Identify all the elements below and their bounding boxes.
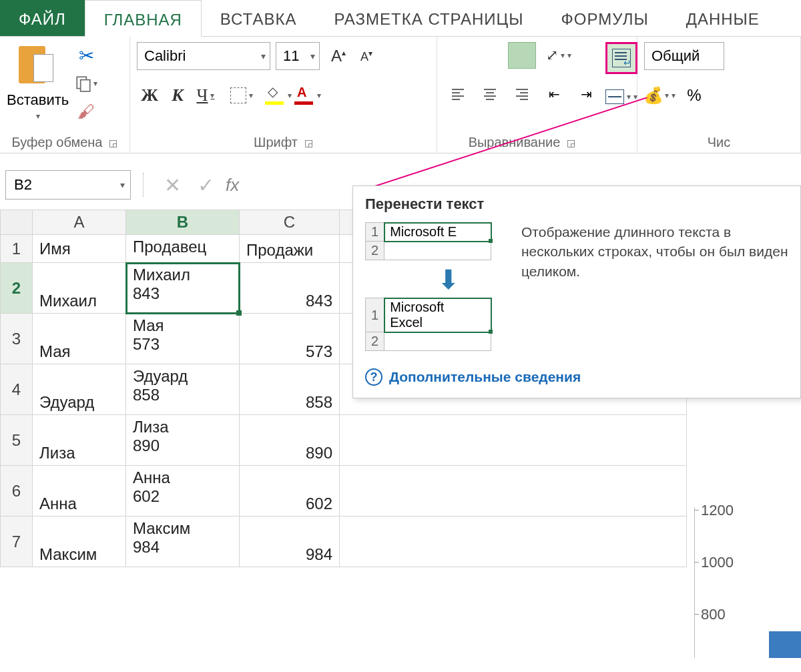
align-right-button[interactable] <box>508 81 536 107</box>
svg-rect-1 <box>81 80 90 91</box>
tab-page-layout[interactable]: РАЗМЕТКА СТРАНИЦЫ <box>315 0 542 36</box>
group-label-alignment: Выравнивание <box>469 135 561 150</box>
group-label-clipboard: Буфер обмена <box>12 135 103 150</box>
cell[interactable]: Продавец <box>126 235 240 263</box>
group-clipboard: Вставить ▾ ✂ ▾ 🖌 Буфер обмена◲ <box>0 37 130 153</box>
row-header[interactable]: 3 <box>1 314 33 364</box>
align-top-button[interactable] <box>444 42 472 69</box>
name-box[interactable]: B2 <box>5 170 131 200</box>
dialog-launcher-icon[interactable]: ◲ <box>109 137 117 148</box>
enter-formula-button[interactable]: ✓ <box>192 172 219 198</box>
increase-font-button[interactable]: А▴ <box>325 43 352 69</box>
row-header[interactable]: 1 <box>1 235 33 263</box>
decrease-indent-button[interactable]: ⇤ <box>540 81 568 107</box>
align-middle-button[interactable] <box>476 42 504 69</box>
cell[interactable]: 573 <box>240 314 340 364</box>
cell[interactable]: Имя <box>33 235 126 263</box>
group-font: Calibri 11 А▴ А▾ Ж К Ч Шрифт◲ <box>130 37 437 153</box>
cell[interactable]: 843 <box>240 263 340 314</box>
align-left-icon <box>452 89 464 100</box>
cancel-formula-button[interactable]: ✕ <box>159 172 186 198</box>
row-header[interactable]: 6 <box>1 466 33 517</box>
tooltip-title: Перенести текст <box>365 196 788 213</box>
cell[interactable]: Эдуард <box>33 364 126 415</box>
cell[interactable]: 602 <box>240 466 340 517</box>
row-header[interactable]: 2 <box>1 263 33 314</box>
dialog-launcher-icon[interactable]: ◲ <box>567 137 575 148</box>
currency-icon: 💰 <box>643 86 663 105</box>
help-icon: ? <box>365 368 382 386</box>
borders-button[interactable] <box>229 82 254 109</box>
currency-button[interactable]: 💰▾ <box>644 82 675 109</box>
dialog-launcher-icon[interactable]: ◲ <box>304 137 313 148</box>
cell[interactable] <box>340 466 687 517</box>
cell[interactable]: Максим <box>33 517 126 567</box>
paste-button[interactable]: Вставить ▾ <box>7 42 69 122</box>
wrap-text-button[interactable] <box>605 42 637 74</box>
number-format-combo[interactable]: Общий <box>644 42 724 70</box>
cut-button[interactable]: ✂ <box>73 45 99 66</box>
format-painter-button[interactable]: 🖌 <box>73 101 99 122</box>
align-right-icon <box>516 89 528 100</box>
decrease-font-icon: А▾ <box>360 49 372 64</box>
align-center-icon <box>484 89 496 100</box>
cell[interactable]: Лиза <box>33 415 126 466</box>
align-bottom-button[interactable] <box>508 42 536 69</box>
brush-icon: 🖌 <box>77 101 95 122</box>
ribbon-tabs: ФАЙЛ ГЛАВНАЯ ВСТАВКА РАЗМЕТКА СТРАНИЦЫ Ф… <box>0 0 801 37</box>
paste-label: Вставить <box>7 91 69 109</box>
column-header-a[interactable]: A <box>33 210 126 235</box>
cell[interactable] <box>340 415 687 466</box>
clipboard-icon <box>19 42 57 89</box>
chart-axis-fragment: 1200 1000 800 <box>681 502 801 658</box>
cell[interactable]: 890 <box>240 415 340 466</box>
tab-data[interactable]: ДАННЫЕ <box>668 0 778 36</box>
increase-indent-button[interactable]: ⇥ <box>572 81 600 107</box>
bold-button[interactable]: Ж <box>137 82 162 109</box>
column-header-b[interactable]: B <box>126 210 240 235</box>
cell[interactable]: Эдуард 858 <box>126 364 240 415</box>
font-size-combo[interactable]: 11 <box>276 42 320 70</box>
tab-formulas[interactable]: ФОРМУЛЫ <box>543 0 668 36</box>
cell[interactable]: Продажи <box>240 235 340 263</box>
selected-cell[interactable]: Михаил 843 <box>126 263 240 314</box>
cell[interactable]: 858 <box>240 364 340 415</box>
wrap-text-icon <box>612 49 631 67</box>
align-left-button[interactable] <box>444 81 472 107</box>
cell[interactable]: 984 <box>240 517 340 567</box>
increase-indent-icon: ⇥ <box>581 86 592 102</box>
copy-icon <box>75 75 92 92</box>
cell[interactable]: Михаил <box>33 263 126 314</box>
font-color-button[interactable] <box>294 82 321 109</box>
row-header[interactable]: 7 <box>1 517 33 567</box>
cell[interactable]: Мая <box>33 314 126 364</box>
cell[interactable]: Анна <box>33 466 126 517</box>
percent-button[interactable]: % <box>679 82 710 109</box>
fx-label[interactable]: fx <box>226 175 239 196</box>
tooltip-more-link[interactable]: ? Дополнительные сведения <box>365 368 788 386</box>
tab-file[interactable]: ФАЙЛ <box>0 0 85 36</box>
cell[interactable]: Анна 602 <box>126 466 240 517</box>
tab-home[interactable]: ГЛАВНАЯ <box>85 0 202 37</box>
column-header-c[interactable]: C <box>240 210 340 235</box>
tab-insert[interactable]: ВСТАВКА <box>202 0 316 36</box>
cell[interactable]: Лиза 890 <box>126 415 240 466</box>
font-name-combo[interactable]: Calibri <box>137 42 270 70</box>
underline-button[interactable]: Ч <box>193 82 218 109</box>
orientation-button[interactable]: ⤢▾ <box>540 42 577 69</box>
decrease-font-button[interactable]: А▾ <box>353 43 380 69</box>
chevron-down-icon: ▾ <box>36 111 40 121</box>
group-label-font: Шрифт <box>254 135 298 150</box>
cell[interactable] <box>340 517 687 567</box>
cell[interactable]: Мая 573 <box>126 314 240 364</box>
italic-button[interactable]: К <box>165 82 190 109</box>
cell[interactable]: Максим 984 <box>126 517 240 567</box>
fill-color-button[interactable] <box>265 82 292 109</box>
align-center-button[interactable] <box>476 81 504 107</box>
row-header[interactable]: 5 <box>1 415 33 466</box>
copy-button[interactable]: ▾ <box>73 73 99 94</box>
select-all-corner[interactable] <box>1 210 33 235</box>
merge-cells-button[interactable]: ▾ <box>605 83 637 110</box>
tooltip-description: Отображение длинного текста в нескольких… <box>521 222 788 355</box>
row-header[interactable]: 4 <box>1 364 33 415</box>
